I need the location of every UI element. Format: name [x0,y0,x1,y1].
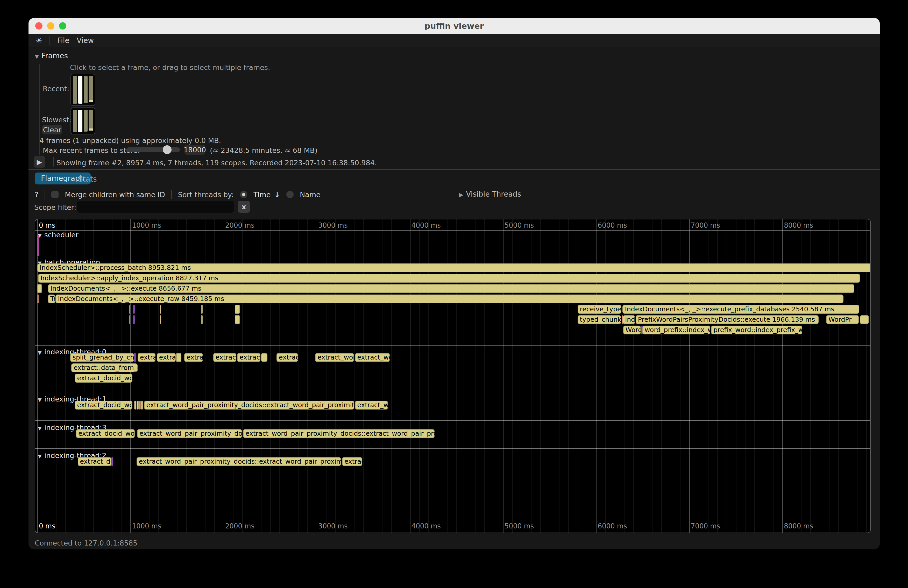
axis-tick-label: 7000 ms [691,522,720,530]
scope-bar[interactable]: extract_docid_wor [75,374,132,382]
scope-bar[interactable]: extra [157,353,176,362]
scope-bar[interactable] [37,294,39,303]
app-window: puffin viewer ☀ File View ▼Frames Click … [29,18,880,549]
scope-bar[interactable]: extract_word_pair_proximity_docids::extr… [137,457,341,466]
max-frames-value[interactable]: 18000 [185,145,205,155]
flamegraph-canvas[interactable]: 0 ms0 ms1000 ms1000 ms2000 ms2000 ms3000… [35,219,871,533]
menu-file[interactable]: File [57,36,69,45]
scope-bar[interactable] [201,315,203,324]
scope-bar[interactable] [235,305,240,314]
scope-bar[interactable]: extract_wo [355,401,388,410]
scope-bar[interactable] [137,401,138,410]
scope-bar[interactable]: word_prefix::index_word_prefix_ [642,326,710,334]
thread-lane-header[interactable]: ▼scheduler [38,231,79,239]
scope-bar[interactable]: IndexScheduler>::process_batch 8953.821 … [37,263,871,272]
scope-bar[interactable]: extract [277,353,298,362]
scope-bar[interactable] [111,457,113,466]
scope-bar[interactable] [261,353,267,362]
scope-bar[interactable]: prefix_word::index_prefix_wo [711,326,802,334]
scope-bar[interactable] [129,315,130,324]
scope-bar[interactable]: extract_word_pair_proximity_docids::extr… [144,401,354,410]
play-button[interactable]: ▶ [34,156,45,168]
scope-bar[interactable] [159,305,161,314]
scope-bar[interactable]: extract [138,353,156,362]
menu-view[interactable]: View [77,36,94,45]
scope-bar[interactable]: extract_docid_wor [75,401,132,410]
scope-bar[interactable]: Trans [48,294,55,303]
sort-name-radio[interactable] [287,191,294,198]
merge-children-label[interactable]: Merge children with same ID [65,191,165,199]
tab-stats[interactable]: Stats [78,175,97,183]
scope-bar[interactable]: split_grenad_by_chun [70,353,134,362]
scope-bar[interactable]: extract_ [213,353,236,362]
frame-thumbnail-stripe [78,110,82,132]
scope-bar[interactable]: extract_word [315,353,354,362]
scope-bar[interactable]: extrac [342,457,362,466]
scope-bar[interactable]: WordPr [826,315,859,324]
section-separator [29,169,880,170]
scope-filter-clear-button[interactable]: x [238,201,250,213]
scope-bar[interactable]: extract_ [237,353,261,362]
scope-bar[interactable] [37,284,42,293]
scope-bar[interactable]: Word [623,326,641,334]
merge-children-checkbox[interactable] [51,191,59,198]
scope-bar[interactable]: extrac [184,353,203,362]
scope-bar[interactable]: extract::data_from_ob [71,363,138,372]
options-separator-2 [171,190,172,199]
scope-bar[interactable]: extract_word_pair_proximity_docids [137,429,242,438]
frames-collapsing-header[interactable]: ▼Frames [35,51,68,60]
scope-bar[interactable] [129,305,130,314]
scope-bar[interactable]: extract_word_pair_proximity_docids::extr… [243,429,435,438]
scope-bar[interactable] [133,315,135,324]
frame-thumbnail-stripe [78,76,82,104]
theme-toggle-icon[interactable]: ☀ [35,36,42,45]
max-frames-slider-knob[interactable] [163,145,172,154]
sort-time-label[interactable]: Time [253,191,270,199]
scope-bar[interactable] [37,235,39,256]
axis-tick-label: 0 ms [39,522,55,530]
recent-frame-thumbnail[interactable] [71,74,95,106]
axis-tick-label: 0 ms [39,222,55,229]
scope-bar[interactable] [201,305,203,314]
screen: puffin viewer ☀ File View ▼Frames Click … [0,0,908,588]
scope-bar[interactable]: IndexDocuments<_, _>::execute_prefix_dat… [622,305,859,314]
scope-bar[interactable]: typed_chunk::w [578,315,621,324]
scope-bar[interactable] [860,315,869,324]
axis-tick-label: 8000 ms [784,522,813,530]
scope-bar[interactable] [134,401,136,410]
scope-bar[interactable]: extract_doc [78,457,111,466]
scope-bar[interactable] [134,353,136,362]
scope-bar[interactable]: index [623,315,635,324]
scope-bar[interactable]: IndexDocuments<_, _>::execute_raw 8459.1… [55,294,843,303]
thread-lane-separator [35,345,870,345]
scope-bar[interactable]: IndexScheduler>::apply_index_operation 8… [38,274,860,283]
scope-bar[interactable] [139,401,140,410]
scope-bar[interactable]: extract_wo [355,353,390,362]
scope-filter-input[interactable] [77,201,234,213]
axis-tick-label: 3000 ms [318,222,348,229]
scope-bar[interactable]: extract_docid_word [76,429,135,438]
titlebar: puffin viewer [29,18,880,34]
axis-tick-label: 4000 ms [412,222,441,229]
scope-bar[interactable]: IndexDocuments<_, _>::execute 8656.677 m… [48,284,854,293]
sort-name-label[interactable]: Name [300,191,320,199]
slowest-frame-thumbnail[interactable] [71,108,95,135]
visible-threads-header[interactable]: ▶Visible Threads [459,190,521,198]
max-frames-slider[interactable] [126,148,180,152]
thread-lane-separator [35,448,870,449]
scope-bar[interactable] [176,353,182,362]
scope-bar[interactable]: receive_typed_ [578,305,621,314]
scope-bar[interactable] [141,401,143,410]
frame-thumbnail-stripe [73,110,77,132]
options-separator [45,190,45,199]
scope-bar[interactable] [133,305,135,314]
clear-button[interactable]: Clear [42,125,62,135]
window-title: puffin viewer [29,18,880,34]
scope-bar[interactable] [159,315,161,324]
scope-bar[interactable]: PrefixWordPairsProximityDocids::execute … [636,315,819,324]
scope-bar[interactable] [235,315,240,324]
sort-time-radio[interactable] [240,191,247,198]
help-button[interactable]: ? [35,191,39,199]
slowest-label: Slowest: [42,116,71,124]
sort-direction-arrow-icon[interactable]: ↓ [274,191,280,199]
